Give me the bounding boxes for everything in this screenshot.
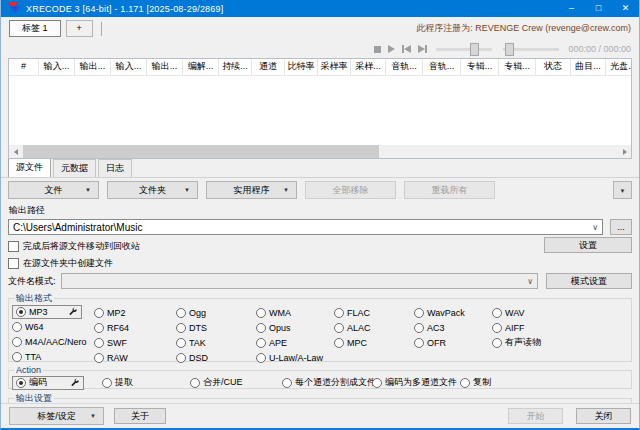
radio-icon[interactable]	[16, 378, 26, 388]
column-header-7[interactable]: 通道	[252, 59, 285, 75]
previous-track-icon[interactable]	[402, 45, 411, 53]
radio-icon[interactable]	[176, 353, 186, 363]
filename-pattern-combobox[interactable]: ∨	[61, 273, 538, 289]
format-settings-button[interactable]: 设置	[544, 237, 632, 253]
maximize-button[interactable]: □	[585, 0, 612, 17]
format-option-tta[interactable]: TTA	[12, 349, 94, 364]
chevron-down-icon[interactable]: ▼	[283, 182, 289, 198]
radio-icon[interactable]	[334, 338, 344, 348]
format-option-aiff[interactable]: AIFF	[492, 320, 588, 335]
format-option-raw[interactable]: RAW	[94, 350, 176, 365]
chevron-down-icon[interactable]: ∨	[592, 223, 598, 232]
action-option-2[interactable]: 合并/CUE	[190, 375, 282, 390]
minimize-button[interactable]: –	[558, 0, 585, 17]
format-option-wma[interactable]: WMA	[256, 305, 334, 320]
column-header-13[interactable]: 专辑...	[461, 59, 499, 75]
radio-icon[interactable]	[492, 338, 502, 348]
radio-icon[interactable]	[94, 353, 104, 363]
session-tab-1[interactable]: 标签 1	[9, 20, 61, 37]
folder-menu-button[interactable]: 文件夹▼	[107, 181, 198, 199]
radio-icon[interactable]	[492, 323, 502, 333]
radio-icon[interactable]	[94, 308, 104, 318]
radio-icon[interactable]	[414, 323, 424, 333]
next-track-icon[interactable]	[418, 45, 427, 53]
action-option-3[interactable]: 每个通道分割成文件	[282, 375, 372, 390]
action-option-5[interactable]: 复制	[460, 375, 520, 390]
column-header-16[interactable]: 曲目...	[571, 59, 606, 75]
radio-icon[interactable]	[414, 338, 424, 348]
browse-button[interactable]: ...	[610, 219, 632, 235]
format-option-opus[interactable]: Opus	[256, 320, 334, 335]
radio-icon[interactable]	[334, 308, 344, 318]
format-option-m4a-aac-nero[interactable]: M4A/AAC/Nero	[12, 334, 94, 349]
format-option-c6r2[interactable]: 有声读物	[492, 335, 588, 350]
chevron-down-icon[interactable]: ▼	[620, 188, 626, 194]
radio-icon[interactable]	[492, 308, 502, 318]
format-option-mp2[interactable]: MP2	[94, 305, 176, 320]
format-option-flac[interactable]: FLAC	[334, 305, 414, 320]
format-option-wavpack[interactable]: WavPack	[414, 305, 492, 320]
radio-icon[interactable]	[256, 308, 266, 318]
start-button[interactable]: 开始	[508, 408, 563, 424]
radio-icon[interactable]	[414, 308, 424, 318]
remove-all-button[interactable]: 全部移除	[305, 181, 396, 199]
close-button[interactable]: ✕	[612, 0, 639, 17]
radio-icon[interactable]	[176, 323, 186, 333]
volume-slider-thumb[interactable]	[505, 43, 514, 56]
radio-icon[interactable]	[256, 338, 266, 348]
column-header-14[interactable]: 专辑...	[499, 59, 536, 75]
format-option-u-law-a-law[interactable]: U-Law/A-Law	[256, 350, 334, 365]
radio-icon[interactable]	[16, 307, 26, 317]
format-option-ac3[interactable]: AC3	[414, 320, 492, 335]
stop-icon[interactable]	[374, 46, 381, 53]
radio-icon[interactable]	[256, 353, 266, 363]
file-menu-button[interactable]: 文件▼	[8, 181, 99, 199]
output-path-combobox[interactable]: C:\Users\Administrator\Music ∨	[8, 219, 603, 235]
chevron-down-icon[interactable]: ▼	[85, 182, 91, 198]
format-option-dts[interactable]: DTS	[176, 320, 256, 335]
action-option-0[interactable]: 编码	[12, 376, 84, 390]
wrench-icon[interactable]	[68, 307, 78, 317]
radio-icon[interactable]	[372, 378, 382, 388]
utility-menu-button[interactable]: 实用程序▼	[206, 181, 297, 199]
format-option-ogg[interactable]: Ogg	[176, 305, 256, 320]
view-tab-0[interactable]: 源文件	[8, 158, 51, 177]
view-tab-1[interactable]: 元数据	[53, 159, 96, 177]
chevron-down-icon[interactable]: ▼	[90, 408, 96, 424]
add-tab-button[interactable]: +	[66, 20, 93, 37]
seek-slider-thumb[interactable]	[470, 43, 479, 56]
radio-icon[interactable]	[94, 323, 104, 333]
more-options-button[interactable]: ▼	[613, 181, 632, 199]
horizontal-scrollbar[interactable]	[9, 145, 631, 158]
radio-icon[interactable]	[12, 352, 22, 362]
column-header-0[interactable]: #	[9, 59, 39, 75]
close-window-button[interactable]: 关闭	[576, 408, 631, 424]
column-header-6[interactable]: 持续...	[219, 59, 252, 75]
view-tab-2[interactable]: 日志	[98, 159, 132, 177]
column-header-17[interactable]: 光盘...	[606, 59, 631, 75]
list-body[interactable]	[9, 76, 631, 145]
column-header-5[interactable]: 编解...	[183, 59, 219, 75]
format-option-ofr[interactable]: OFR	[414, 335, 492, 350]
column-header-2[interactable]: 输出...	[75, 59, 111, 75]
play-icon[interactable]	[388, 45, 395, 53]
wrench-icon[interactable]	[70, 378, 80, 388]
about-button[interactable]: 关于	[114, 408, 166, 424]
radio-icon[interactable]	[190, 378, 200, 388]
chevron-down-icon[interactable]: ∨	[527, 277, 533, 286]
chevron-down-icon[interactable]: ▼	[184, 182, 190, 198]
format-option-wav[interactable]: WAV	[492, 305, 588, 320]
radio-icon[interactable]	[176, 338, 186, 348]
seek-slider[interactable]	[436, 48, 492, 51]
column-header-4[interactable]: 输出...	[147, 59, 183, 75]
column-header-11[interactable]: 音轨...	[386, 59, 423, 75]
scrollbar-thumb[interactable]	[23, 145, 379, 158]
column-header-1[interactable]: 输入...	[39, 59, 75, 75]
column-header-9[interactable]: 采样率	[318, 59, 351, 75]
format-option-rf64[interactable]: RF64	[94, 320, 176, 335]
radio-icon[interactable]	[94, 338, 104, 348]
column-header-15[interactable]: 状态	[536, 59, 571, 75]
radio-icon[interactable]	[12, 322, 22, 332]
radio-icon[interactable]	[334, 323, 344, 333]
scroll-left-arrow[interactable]	[9, 145, 22, 158]
